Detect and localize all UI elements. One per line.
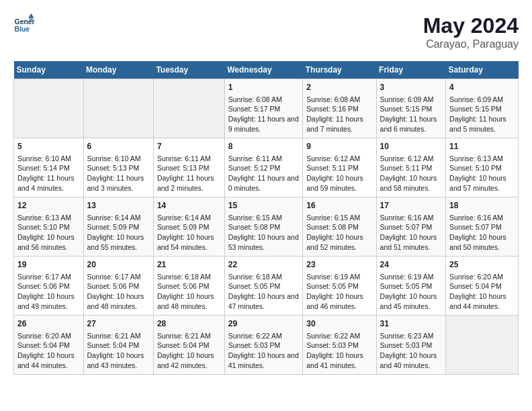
cell-data-line: Daylight: 10 hours and 58 minutes. (380, 173, 443, 193)
cell-data-line: Sunrise: 6:20 AM (17, 331, 80, 341)
day-number: 11 (449, 141, 515, 152)
calendar-cell (83, 79, 153, 138)
cell-data-line: Daylight: 10 hours and 48 minutes. (157, 291, 221, 311)
day-of-week-header: Friday (376, 61, 446, 79)
cell-data-line: Sunset: 5:03 PM (228, 340, 300, 351)
calendar-cell: 14Sunrise: 6:14 AMSunset: 5:09 PMDayligh… (153, 197, 224, 257)
cell-data-line: Sunset: 5:14 PM (17, 163, 80, 173)
day-number: 23 (306, 259, 372, 271)
cell-data-line: Sunrise: 6:08 AM (228, 95, 300, 105)
calendar-cell (153, 79, 224, 138)
calendar-cell: 31Sunrise: 6:23 AMSunset: 5:03 PMDayligh… (376, 316, 446, 375)
title-block: May 2024 Carayao, Paraguay (423, 13, 519, 50)
page-header: General Blue May 2024 Carayao, Paraguay (13, 13, 519, 50)
calendar-table: SundayMondayTuesdayWednesdayThursdayFrid… (13, 61, 519, 375)
cell-data-line: Sunrise: 6:10 AM (17, 154, 80, 164)
cell-data-line: Daylight: 10 hours and 59 minutes. (306, 173, 372, 193)
cell-data-line: Sunrise: 6:08 AM (306, 95, 372, 105)
cell-data-line: Daylight: 11 hours and 6 minutes. (380, 114, 443, 134)
cell-data-line: Daylight: 10 hours and 45 minutes. (380, 291, 443, 311)
calendar-cell: 9Sunrise: 6:12 AMSunset: 5:11 PMDaylight… (303, 138, 376, 197)
calendar-cell: 7Sunrise: 6:11 AMSunset: 5:13 PMDaylight… (153, 138, 224, 197)
calendar-cell: 20Sunrise: 6:17 AMSunset: 5:06 PMDayligh… (83, 257, 153, 316)
cell-data-line: Sunset: 5:15 PM (449, 104, 515, 114)
calendar-cell: 28Sunrise: 6:21 AMSunset: 5:04 PMDayligh… (153, 316, 224, 375)
cell-data-line: Sunrise: 6:12 AM (380, 154, 443, 164)
day-number: 27 (87, 318, 150, 330)
cell-data-line: Daylight: 10 hours and 47 minutes. (228, 291, 300, 311)
cell-data-line: Sunset: 5:13 PM (157, 163, 221, 173)
cell-data-line: Daylight: 11 hours and 4 minutes. (17, 173, 80, 193)
calendar-week-row: 5Sunrise: 6:10 AMSunset: 5:14 PMDaylight… (14, 138, 519, 197)
cell-data-line: Sunrise: 6:19 AM (306, 272, 372, 282)
calendar-cell: 5Sunrise: 6:10 AMSunset: 5:14 PMDaylight… (14, 138, 84, 197)
cell-data-line: Daylight: 11 hours and 5 minutes. (449, 114, 515, 134)
cell-data-line: Daylight: 10 hours and 55 minutes. (87, 232, 150, 252)
cell-data-line: Daylight: 10 hours and 41 minutes. (306, 351, 372, 370)
day-number: 26 (17, 318, 80, 330)
cell-data-line: Sunrise: 6:22 AM (306, 331, 372, 341)
cell-data-line: Sunrise: 6:14 AM (157, 213, 221, 223)
cell-data-line: Sunset: 5:09 PM (157, 222, 221, 232)
cell-data-line: Daylight: 10 hours and 43 minutes. (87, 351, 150, 370)
calendar-week-row: 12Sunrise: 6:13 AMSunset: 5:10 PMDayligh… (14, 197, 519, 257)
calendar-cell: 2Sunrise: 6:08 AMSunset: 5:16 PMDaylight… (303, 79, 376, 138)
logo: General Blue (13, 13, 35, 35)
day-of-week-header: Wednesday (224, 61, 303, 79)
day-of-week-header: Sunday (14, 61, 84, 79)
cell-data-line: Sunrise: 6:15 AM (228, 213, 300, 223)
calendar-cell: 16Sunrise: 6:15 AMSunset: 5:08 PMDayligh… (303, 197, 376, 257)
calendar-cell: 17Sunrise: 6:16 AMSunset: 5:07 PMDayligh… (376, 197, 446, 257)
cell-data-line: Sunset: 5:17 PM (228, 104, 300, 114)
day-of-week-header: Thursday (303, 61, 376, 79)
day-number: 18 (449, 200, 515, 212)
cell-data-line: Sunset: 5:05 PM (228, 281, 300, 291)
day-number: 20 (87, 259, 150, 271)
cell-data-line: Daylight: 10 hours and 51 minutes. (380, 232, 443, 252)
day-number: 22 (228, 259, 300, 271)
cell-data-line: Sunset: 5:05 PM (306, 281, 372, 291)
day-number: 28 (157, 318, 221, 330)
cell-data-line: Sunset: 5:06 PM (87, 281, 150, 291)
calendar-week-row: 26Sunrise: 6:20 AMSunset: 5:04 PMDayligh… (14, 316, 519, 375)
calendar-cell: 1Sunrise: 6:08 AMSunset: 5:17 PMDaylight… (224, 79, 303, 138)
day-number: 5 (17, 141, 80, 152)
calendar-cell: 29Sunrise: 6:22 AMSunset: 5:03 PMDayligh… (224, 316, 303, 375)
cell-data-line: Sunrise: 6:21 AM (87, 331, 150, 341)
main-title: May 2024 (423, 13, 519, 38)
day-number: 16 (306, 200, 372, 212)
cell-data-line: Sunset: 5:16 PM (306, 104, 372, 114)
cell-data-line: Sunset: 5:10 PM (17, 222, 80, 232)
day-number: 30 (306, 318, 372, 330)
subtitle: Carayao, Paraguay (423, 38, 519, 50)
day-of-week-header: Tuesday (153, 61, 224, 79)
day-of-week-header: Saturday (446, 61, 519, 79)
cell-data-line: Sunrise: 6:19 AM (380, 272, 443, 282)
calendar-week-row: 19Sunrise: 6:17 AMSunset: 5:06 PMDayligh… (14, 257, 519, 316)
cell-data-line: Sunrise: 6:16 AM (380, 213, 443, 223)
cell-data-line: Daylight: 10 hours and 57 minutes. (449, 173, 515, 193)
cell-data-line: Sunset: 5:04 PM (449, 281, 515, 291)
calendar-cell: 30Sunrise: 6:22 AMSunset: 5:03 PMDayligh… (303, 316, 376, 375)
cell-data-line: Sunrise: 6:18 AM (157, 272, 221, 282)
cell-data-line: Sunset: 5:07 PM (380, 222, 443, 232)
cell-data-line: Sunrise: 6:18 AM (228, 272, 300, 282)
calendar-cell: 27Sunrise: 6:21 AMSunset: 5:04 PMDayligh… (83, 316, 153, 375)
calendar-cell: 21Sunrise: 6:18 AMSunset: 5:06 PMDayligh… (153, 257, 224, 316)
cell-data-line: Daylight: 10 hours and 44 minutes. (449, 291, 515, 311)
cell-data-line: Sunset: 5:04 PM (157, 340, 221, 351)
calendar-cell: 18Sunrise: 6:16 AMSunset: 5:07 PMDayligh… (446, 197, 519, 257)
cell-data-line: Sunset: 5:06 PM (157, 281, 221, 291)
calendar-cell: 13Sunrise: 6:14 AMSunset: 5:09 PMDayligh… (83, 197, 153, 257)
calendar-cell (446, 316, 519, 375)
cell-data-line: Sunrise: 6:13 AM (17, 213, 80, 223)
cell-data-line: Daylight: 10 hours and 56 minutes. (17, 232, 80, 252)
cell-data-line: Sunset: 5:06 PM (17, 281, 80, 291)
day-number: 4 (449, 82, 515, 93)
day-number: 15 (228, 200, 300, 212)
calendar-cell: 22Sunrise: 6:18 AMSunset: 5:05 PMDayligh… (224, 257, 303, 316)
calendar-cell: 6Sunrise: 6:10 AMSunset: 5:13 PMDaylight… (83, 138, 153, 197)
cell-data-line: Sunrise: 6:09 AM (449, 95, 515, 105)
cell-data-line: Sunset: 5:08 PM (228, 222, 300, 232)
cell-data-line: Daylight: 10 hours and 40 minutes. (380, 351, 443, 370)
